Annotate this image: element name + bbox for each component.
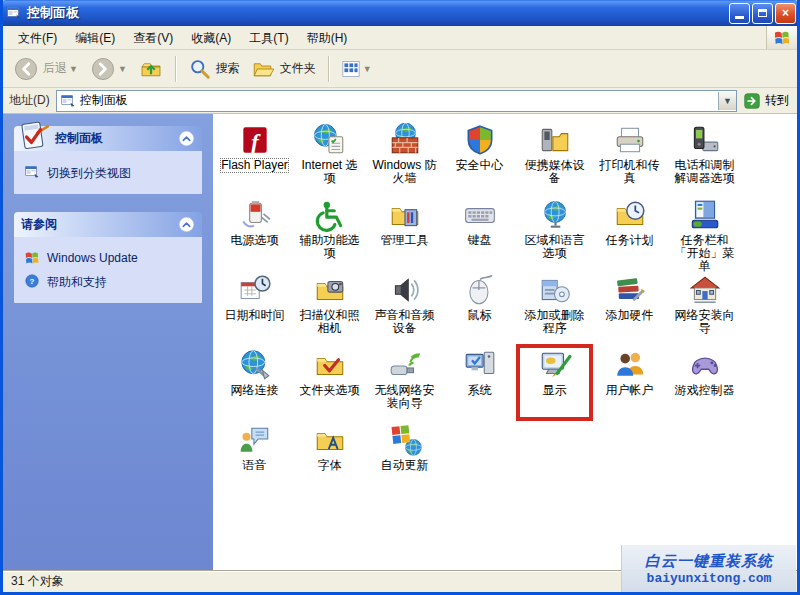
- views-dropdown-icon[interactable]: ▼: [363, 64, 372, 74]
- task-link[interactable]: Windows Update: [24, 250, 194, 266]
- control-panel-item[interactable]: 用户帐户: [592, 345, 667, 420]
- printers-icon: [613, 123, 647, 157]
- control-panel-item[interactable]: 管理工具: [367, 195, 442, 270]
- control-panel-item[interactable]: 打印机和传真: [592, 120, 667, 195]
- scanners-cameras-icon: [313, 273, 347, 307]
- see-also-panel: 请参阅 Windows Update?帮助和支持: [14, 212, 202, 303]
- control-panel-item[interactable]: 电源选项: [217, 195, 292, 270]
- back-button[interactable]: 后退 ▼: [9, 54, 82, 84]
- control-panel-item[interactable]: Internet 选项: [292, 120, 367, 195]
- control-panel-item[interactable]: 辅助功能选项: [292, 195, 367, 270]
- address-dropdown-icon[interactable]: ▼: [718, 92, 736, 110]
- close-button[interactable]: ×: [775, 3, 796, 24]
- control-panel-item[interactable]: 显示: [517, 345, 592, 420]
- item-label: 语音: [243, 459, 267, 472]
- item-label: 任务计划: [606, 234, 654, 247]
- task-link-label: 切换到分类视图: [47, 164, 131, 182]
- address-bar: 地址(D) 控制面板 ▼ 转到: [3, 88, 797, 114]
- menu-item[interactable]: 工具(T): [240, 27, 297, 49]
- control-panel-item[interactable]: 任务计划: [592, 195, 667, 270]
- item-label: 打印机和传真: [596, 159, 664, 185]
- item-label: 文件夹选项: [300, 384, 360, 397]
- search-button[interactable]: 搜索: [184, 55, 244, 83]
- folders-icon: [252, 57, 276, 81]
- item-label: 电源选项: [231, 234, 279, 247]
- folders-button[interactable]: 文件夹: [248, 55, 320, 83]
- collapse-chevron-icon[interactable]: [178, 216, 195, 233]
- menu-bar-items: 文件(F)编辑(E)查看(V)收藏(A)工具(T)帮助(H): [3, 26, 766, 49]
- windows-update-icon: [24, 250, 40, 266]
- control-panel-item[interactable]: 扫描仪和照相机: [292, 270, 367, 345]
- task-link-label: Windows Update: [47, 250, 138, 265]
- control-panel-item[interactable]: 自动更新: [367, 420, 442, 495]
- keyboard-icon: [463, 198, 497, 232]
- display-icon: [538, 348, 572, 382]
- control-panel-item[interactable]: Windows 防火墙: [367, 120, 442, 195]
- phone-modem-icon: [688, 123, 722, 157]
- minimize-button[interactable]: [729, 3, 750, 24]
- network-connections-icon: [238, 348, 272, 382]
- control-panel-item[interactable]: 电话和调制解调器选项: [667, 120, 742, 195]
- toolbar-separator: [328, 56, 329, 82]
- control-panel-item[interactable]: 便携媒体设备: [517, 120, 592, 195]
- go-button[interactable]: 转到: [743, 92, 793, 110]
- item-label: 游戏控制器: [675, 384, 735, 397]
- control-panel-item[interactable]: 网络安装向导: [667, 270, 742, 345]
- control-panel-item[interactable]: 语音: [217, 420, 292, 495]
- menu-item[interactable]: 文件(F): [9, 27, 66, 49]
- control-panel-item[interactable]: 日期和时间: [217, 270, 292, 345]
- control-panel-item[interactable]: 系统: [442, 345, 517, 420]
- menu-item[interactable]: 编辑(E): [66, 27, 124, 49]
- speech-icon: [238, 423, 272, 457]
- item-label: 辅助功能选项: [296, 234, 364, 260]
- control-panel-item[interactable]: 文件夹选项: [292, 345, 367, 420]
- control-panel-item[interactable]: 鼠标: [442, 270, 517, 345]
- title-bar: 控制面板 ×: [0, 0, 800, 26]
- menu-item[interactable]: 查看(V): [124, 27, 182, 49]
- forward-button[interactable]: ▼: [86, 54, 131, 84]
- control-panel-icon: [16, 119, 50, 153]
- item-label: 用户帐户: [606, 384, 654, 397]
- task-link[interactable]: ?帮助和支持: [24, 273, 194, 291]
- maximize-button[interactable]: [752, 3, 773, 24]
- control-panel-item[interactable]: 键盘: [442, 195, 517, 270]
- address-input[interactable]: 控制面板 ▼: [56, 90, 737, 112]
- control-panel-item[interactable]: 任务栏和「开始」菜单: [667, 195, 742, 270]
- item-label: 任务栏和「开始」菜单: [671, 234, 739, 273]
- control-panel-item[interactable]: 网络连接: [217, 345, 292, 420]
- up-button[interactable]: [135, 55, 167, 83]
- control-panel-item[interactable]: 游戏控制器: [667, 345, 742, 420]
- control-panel-item[interactable]: 字体: [292, 420, 367, 495]
- control-panel-item[interactable]: 安全中心: [442, 120, 517, 195]
- views-button[interactable]: ▼: [337, 57, 376, 81]
- watermark-url: baiyunxitong.com: [647, 571, 772, 586]
- item-label: 无线网络安装向导: [371, 384, 439, 410]
- control-panel-item[interactable]: 无线网络安装向导: [367, 345, 442, 420]
- task-link[interactable]: 切换到分类视图: [24, 164, 194, 182]
- panel-header: 控制面板: [14, 126, 202, 151]
- control-panel-item[interactable]: fFlash Player: [217, 120, 292, 195]
- item-label: 系统: [468, 384, 492, 397]
- item-label: 安全中心: [456, 159, 504, 172]
- menu-item[interactable]: 帮助(H): [298, 27, 357, 49]
- flash-player-icon: f: [238, 123, 272, 157]
- collapse-chevron-icon[interactable]: [178, 130, 195, 147]
- panel-header: 请参阅: [14, 212, 202, 237]
- address-value: 控制面板: [80, 92, 714, 109]
- item-label: 区域和语言选项: [521, 234, 589, 260]
- back-dropdown-icon[interactable]: ▼: [69, 64, 78, 74]
- user-accounts-icon: [613, 348, 647, 382]
- control-panel-item[interactable]: 添加硬件: [592, 270, 667, 345]
- item-label: 显示: [543, 384, 567, 397]
- item-label: 添加或删除程序: [521, 309, 589, 335]
- forward-dropdown-icon[interactable]: ▼: [118, 64, 127, 74]
- control-panel-item[interactable]: 声音和音频设备: [367, 270, 442, 345]
- switch-view-icon: [24, 164, 40, 180]
- item-label: 键盘: [468, 234, 492, 247]
- admin-tools-icon: [388, 198, 422, 232]
- control-panel-item[interactable]: 添加或删除程序: [517, 270, 592, 345]
- menu-item[interactable]: 收藏(A): [182, 27, 240, 49]
- toolbar: 后退 ▼ ▼ 搜索 文件夹 ▼: [3, 50, 797, 88]
- toolbar-separator: [175, 56, 176, 82]
- control-panel-item[interactable]: 区域和语言选项: [517, 195, 592, 270]
